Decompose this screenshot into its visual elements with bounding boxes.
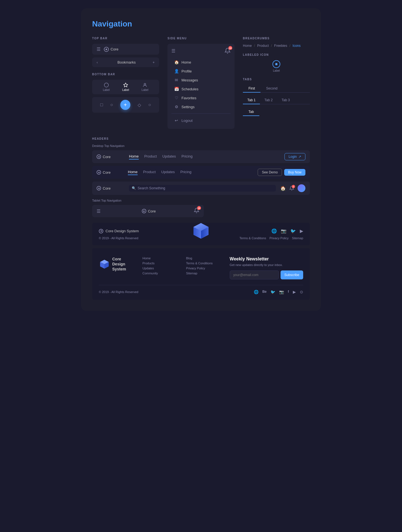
breadcrumb-row: Home / Product / Freebies / Icons (243, 44, 310, 48)
bc-product[interactable]: Product (257, 44, 269, 48)
footer-2-link-products[interactable]: Products (142, 262, 180, 265)
menu-item-logout[interactable]: ↩ Logout (171, 116, 231, 125)
footer-2-link-sitemap[interactable]: Sitemap (186, 272, 224, 275)
bottom-icon-2[interactable]: Label (122, 83, 129, 91)
bc-freebies[interactable]: Freebies (274, 44, 287, 48)
header-search[interactable]: 🔍 Search Something (129, 185, 276, 192)
social-twitter-icon[interactable]: 🐦 (290, 228, 296, 234)
bottom-icon-1[interactable]: Label (103, 83, 109, 91)
h1-nav-updates[interactable]: Updates (162, 154, 176, 159)
back-icon[interactable]: ‹ (97, 60, 98, 64)
tablet-hamburger[interactable]: ☰ (97, 209, 100, 214)
h1-nav-product[interactable]: Product (144, 154, 157, 159)
login-label: Login (289, 155, 297, 159)
tablet-notif[interactable]: 16 (194, 208, 199, 214)
social-youtube-icon[interactable]: ▶ (300, 228, 303, 234)
tabs-label: TABS (243, 78, 310, 81)
social-web-icon[interactable]: 🌐 (271, 228, 277, 234)
f2-social-behance-icon[interactable]: Be (262, 290, 267, 294)
tab-1[interactable]: Tab 1 (243, 96, 260, 104)
buy-now-button[interactable]: Buy Now (284, 169, 305, 176)
fab-icon-1[interactable]: □ (100, 102, 103, 107)
f2-social-web-icon[interactable]: 🌐 (254, 290, 259, 294)
menu-item-messages[interactable]: ✉ Messages (171, 76, 231, 84)
tab-second[interactable]: Second (260, 85, 283, 93)
social-instagram-icon[interactable]: 📷 (281, 228, 286, 234)
menu-item-schedules[interactable]: 📅 Schedules (171, 84, 231, 93)
fab-bar: □ ○ + ◇ ○ (92, 97, 159, 113)
fab-icon-2[interactable]: ○ (110, 102, 113, 107)
see-demo-button[interactable]: See Demo (258, 169, 282, 176)
notif-icon[interactable]: 8 (289, 186, 294, 191)
footer-2-top: CoreDesignSystem Home Products Updates C… (99, 257, 303, 279)
footer-link-privacy[interactable]: Privacy Policy (269, 236, 288, 240)
bc-icons[interactable]: Icons (293, 44, 301, 48)
side-menu-hamburger[interactable]: ☰ (171, 48, 175, 54)
header-2-logo: Core (97, 170, 125, 175)
tablet-notif-count: 16 (197, 206, 201, 210)
li-label: Label (273, 69, 280, 72)
footer-2-link-updates[interactable]: Updates (142, 267, 180, 270)
hamburger-icon[interactable]: ☰ (97, 47, 100, 52)
notif-count: 16 (228, 46, 232, 50)
sidemenu-col: SIDE MENU ☰ 16 🏠 Home 👤 Profile (168, 37, 234, 129)
footer-2-link-community[interactable]: Community (142, 272, 180, 275)
footer-2-link-terms[interactable]: Terms & Conditions (186, 262, 224, 265)
header-avatar[interactable] (298, 184, 305, 192)
footer-1-socials: 🌐 📷 🐦 ▶ (271, 228, 303, 234)
footer-2-link-home[interactable]: Home (142, 257, 180, 260)
tab-2[interactable]: Tab 2 (260, 96, 277, 104)
f2-social-youtube-icon[interactable]: ▶ (293, 290, 296, 294)
fab-icon-3[interactable]: ◇ (138, 102, 141, 108)
fab-button[interactable]: + (120, 100, 130, 110)
footer-2-link-privacy[interactable]: Privacy Policy (186, 267, 224, 270)
tablet-logo-text: Core (148, 209, 156, 213)
schedules-icon: 📅 (174, 87, 179, 91)
footer-link-sitemap[interactable]: Sitemap (292, 236, 303, 240)
f2-social-instagram-icon[interactable]: 📷 (279, 290, 284, 294)
header-3-logo-text: Core (103, 186, 111, 190)
menu-home-label: Home (181, 60, 191, 64)
tab-3[interactable]: Tab 3 (277, 96, 294, 104)
plus-icon[interactable]: + (152, 60, 155, 64)
footer-link-terms[interactable]: Terms & Conditions (240, 236, 266, 240)
menu-item-profile[interactable]: 👤 Profile (171, 67, 231, 76)
bottom-icon-3[interactable]: Label (142, 83, 148, 91)
h1-nav-pricing[interactable]: Pricing (181, 154, 193, 159)
menu-item-favorites[interactable]: ♡ Favorites (171, 93, 231, 102)
menu-profile-label: Profile (181, 69, 192, 73)
h2-nav-updates[interactable]: Updates (161, 170, 175, 175)
fab-icon-4[interactable]: ○ (148, 102, 151, 107)
f2-social-facebook-icon[interactable]: f (288, 290, 289, 294)
login-button[interactable]: Login ↗ (284, 153, 305, 160)
newsletter-input[interactable] (230, 270, 279, 279)
right-col: BREADCRUMBS Home / Product / Freebies / … (243, 37, 310, 129)
menu-messages-label: Messages (181, 78, 198, 82)
h2-nav-home[interactable]: Home (128, 170, 138, 175)
tab-single[interactable]: Tab (243, 108, 259, 116)
logo-icon (104, 47, 109, 52)
menu-settings-label: Settings (181, 105, 195, 109)
topbar-item-1[interactable]: ☰ Core (92, 44, 159, 55)
f2-social-github-icon[interactable]: ⊙ (300, 290, 303, 294)
h2-nav-product[interactable]: Product (143, 170, 156, 175)
3d-box-icon (191, 223, 211, 240)
header-icons: 🏠 8 (280, 184, 305, 192)
header-3: Core 🔍 Search Something 🏠 8 (92, 182, 310, 195)
topbar-logo-text: Core (111, 47, 118, 51)
bookmarks-bar[interactable]: ‹ Bookmarks + (92, 57, 159, 67)
h2-nav-pricing[interactable]: Pricing (180, 170, 192, 175)
tab-first[interactable]: First (243, 85, 260, 93)
footer-1-logo: Core Design System (99, 229, 139, 233)
h1-nav-home[interactable]: Home (129, 154, 139, 159)
notif-badge[interactable]: 16 (224, 48, 231, 54)
bc-home[interactable]: Home (243, 44, 252, 48)
tablet-header: ☰ Core 16 (92, 205, 204, 217)
footer-2-link-blog[interactable]: Blog (186, 257, 224, 260)
bookmark-icon[interactable]: 🏠 (280, 186, 286, 191)
f2-social-twitter-icon[interactable]: 🐦 (271, 290, 275, 294)
footer-2-brand-row: CoreDesignSystem (99, 257, 137, 272)
menu-item-home[interactable]: 🏠 Home (171, 58, 231, 67)
subscribe-button[interactable]: Subscribe (281, 270, 303, 279)
menu-item-settings[interactable]: ⚙ Settings (171, 102, 231, 111)
